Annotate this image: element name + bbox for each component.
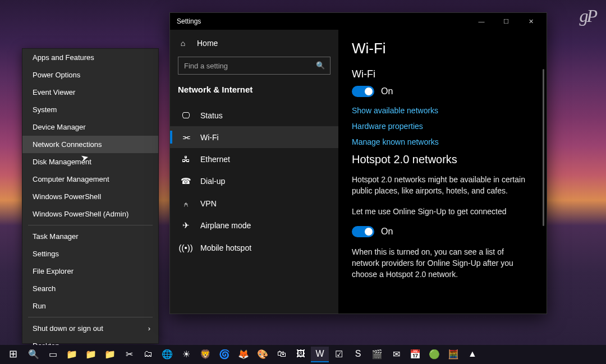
hotspot-heading: Hotspot 2.0 networks (352, 153, 533, 166)
hotspot-toggle-state: On (381, 227, 393, 237)
wifi-toggle[interactable] (352, 86, 374, 97)
hotspot-icon: ((•)) (180, 243, 191, 252)
winx-item[interactable]: Shut down or sign out› (22, 320, 158, 337)
taskbar-edge[interactable]: 🌀 (215, 347, 233, 362)
content-link[interactable]: Manage known networks (352, 137, 533, 146)
winx-item[interactable]: Search (22, 280, 158, 297)
scrollbar[interactable] (543, 69, 544, 226)
search-wrap: 🔍 (178, 57, 330, 75)
nav-item-label: Dial-up (200, 177, 225, 186)
nav-item-label: Wi-Fi (200, 133, 219, 142)
nav-item-airplane-mode[interactable]: ✈Airplane mode (170, 214, 338, 237)
taskbar-chrome[interactable]: 🌐 (158, 347, 176, 362)
ethernet-icon: 🖧 (180, 154, 191, 164)
taskbar-calc[interactable]: 🧮 (444, 347, 462, 362)
nav-category-heading: Network & Internet (170, 82, 338, 104)
titlebar[interactable]: Settings — ☐ ✕ (170, 13, 547, 30)
winx-item[interactable]: Windows PowerShell (Admin) (22, 205, 158, 223)
winx-item[interactable]: Disk Management (22, 153, 158, 171)
taskbar-calendar[interactable]: 📅 (406, 347, 424, 362)
airplane-icon: ✈ (180, 220, 191, 231)
search-input[interactable] (178, 57, 330, 75)
nav-home[interactable]: ⌂ Home (170, 35, 338, 51)
wifi-toggle-state: On (381, 86, 393, 96)
taskbar-folder3[interactable]: 📁 (101, 347, 119, 362)
taskbar-explorer[interactable]: 🗂 (139, 347, 157, 362)
winx-menu: Apps and FeaturesPower OptionsEvent View… (22, 48, 159, 344)
winx-item[interactable]: Run (22, 297, 158, 315)
taskbar-sway[interactable]: S (349, 347, 367, 362)
hotspot-toggle[interactable] (352, 226, 374, 237)
winx-item[interactable]: Device Manager (22, 118, 158, 136)
taskbar-store[interactable]: 🛍 (273, 347, 291, 362)
nav-home-label: Home (197, 39, 218, 48)
taskbar-firefox[interactable]: 🦊 (235, 347, 252, 362)
nav-item-status[interactable]: 🖵Status (170, 104, 338, 126)
nav-item-vpn[interactable]: ⍲VPN (170, 192, 338, 214)
page-title: Wi-Fi (352, 40, 533, 57)
hotspot-desc2: When this is turned on, you can see a li… (352, 246, 533, 280)
winx-group-1: Apps and FeaturesPower OptionsEvent View… (22, 49, 158, 223)
menu-separator (28, 317, 153, 317)
winx-item[interactable]: Power Options (22, 66, 158, 84)
hotspot-desc: Hotspot 2.0 networks might be available … (352, 174, 533, 197)
nav-item-wi-fi[interactable]: ⫘Wi-Fi (170, 126, 338, 148)
hotspot-toggle-label: Let me use Online Sign-Up to get connect… (352, 206, 533, 217)
winx-item[interactable]: Settings (22, 245, 158, 262)
wifi-heading: Wi-Fi (352, 68, 533, 80)
maximize-button[interactable]: ☐ (494, 13, 518, 30)
taskbar-search[interactable]: 🔍 (25, 347, 43, 362)
nav-item-label: Mobile hotspot (200, 243, 251, 252)
taskbar-folder2[interactable]: 📁 (82, 347, 100, 362)
minimize-button[interactable]: — (469, 13, 494, 30)
close-button[interactable]: ✕ (518, 13, 543, 30)
status-icon: 🖵 (180, 110, 191, 120)
watermark-logo: gP (579, 6, 596, 26)
winx-item[interactable]: Windows PowerShell (22, 188, 158, 205)
taskbar-app1[interactable]: 🎨 (254, 347, 272, 362)
winx-item[interactable]: Task Manager (22, 228, 158, 245)
vpn-icon: ⍲ (180, 199, 191, 208)
nav-item-dial-up[interactable]: ☎Dial-up (170, 170, 338, 192)
menu-separator (28, 225, 153, 225)
settings-content: Wi-Fi Wi-Fi On Show available networksHa… (338, 30, 547, 314)
hotspot-toggle-row: On (352, 226, 533, 237)
nav-item-ethernet[interactable]: 🖧Ethernet (170, 148, 338, 170)
chevron-right-icon: › (148, 324, 150, 333)
dialup-icon: ☎ (180, 176, 191, 186)
taskbar-start[interactable]: ⊞ (2, 347, 24, 362)
taskbar-word[interactable]: W (311, 347, 329, 362)
winx-item[interactable]: Computer Management (22, 171, 158, 188)
taskbar-vpnstatus[interactable]: 🟢 (425, 347, 443, 362)
content-link[interactable]: Hardware properties (352, 122, 533, 131)
taskbar-vlc[interactable]: ▲ (463, 347, 481, 362)
wifi-toggle-row: On (352, 86, 533, 97)
nav-item-label: VPN (200, 199, 217, 208)
settings-nav: ⌂ Home 🔍 Network & Internet 🖵Status⫘Wi-F… (170, 30, 338, 314)
nav-item-label: Status (200, 111, 223, 120)
search-icon: 🔍 (316, 61, 325, 70)
winx-item[interactable]: Network Connections (22, 136, 158, 153)
wifi-icon: ⫘ (180, 132, 191, 142)
nav-item-label: Ethernet (200, 155, 230, 164)
nav-item-label: Airplane mode (200, 221, 251, 230)
winx-item[interactable]: Event Viewer (22, 84, 158, 101)
taskbar-photos[interactable]: 🖼 (292, 347, 310, 362)
taskbar-movies[interactable]: 🎬 (368, 347, 386, 362)
winx-item[interactable]: File Explorer (22, 262, 158, 280)
home-icon: ⌂ (178, 39, 188, 48)
taskbar-mail[interactable]: ✉ (387, 347, 405, 362)
window-title: Settings (177, 17, 201, 25)
winx-group-2: Task ManagerSettingsFile ExplorerSearchR… (22, 228, 158, 315)
taskbar-todo[interactable]: ☑ (330, 347, 348, 362)
taskbar-brave[interactable]: 🦁 (196, 347, 214, 362)
winx-item[interactable]: Apps and Features (22, 49, 158, 66)
taskbar-brightness[interactable]: ☀ (177, 347, 195, 362)
settings-window: Settings — ☐ ✕ ⌂ Home 🔍 Network & Intern… (169, 12, 547, 314)
taskbar-taskview[interactable]: ▭ (44, 347, 62, 362)
nav-item-mobile-hotspot[interactable]: ((•))Mobile hotspot (170, 237, 338, 259)
taskbar-folder1[interactable]: 📁 (63, 347, 81, 362)
winx-item[interactable]: System (22, 101, 158, 118)
taskbar-snip[interactable]: ✂ (120, 347, 138, 362)
content-link[interactable]: Show available networks (352, 106, 533, 115)
